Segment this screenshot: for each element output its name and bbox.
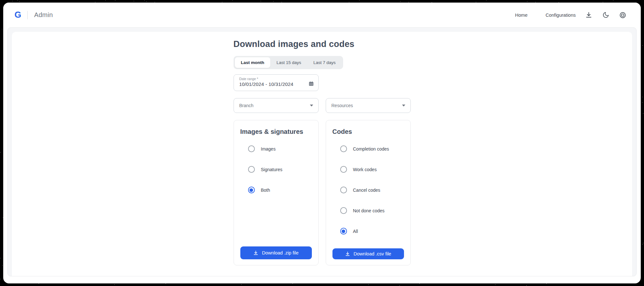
date-range-field[interactable]: Date range * 10/01/2024 - 10/31/2024 [234, 74, 319, 91]
radio-icon[interactable] [340, 166, 347, 173]
date-preset-tabs: Last month Last 15 days Last 7 days [234, 56, 343, 69]
radio-icon[interactable] [248, 145, 255, 152]
download-zip-label: Download .zip file [262, 250, 299, 255]
resources-select[interactable]: Resources [326, 98, 411, 113]
app-window: G Admin Home Configurations Download [3, 3, 641, 283]
radio-label: Signatures [261, 167, 283, 172]
radio-option-both[interactable]: Both [240, 187, 312, 193]
radio-option-all[interactable]: All [332, 228, 404, 235]
radio-icon[interactable] [340, 228, 347, 235]
chevron-down-icon [402, 105, 405, 106]
content-sheet: Download images and codes Last month Las… [12, 32, 632, 276]
radio-label: Both [261, 188, 270, 193]
radio-label: Images [261, 146, 276, 152]
download-zip-button[interactable]: Download .zip file [240, 246, 312, 259]
resources-select-label: Resources [332, 103, 353, 108]
card-title: Codes [332, 128, 404, 135]
page-title: Download images and codes [234, 39, 411, 49]
radio-option-completion-codes[interactable]: Completion codes [332, 145, 404, 152]
radio-icon[interactable] [248, 166, 255, 173]
card-spacer [240, 207, 312, 246]
download-csv-label: Download .csv file [354, 251, 391, 256]
moon-icon[interactable] [601, 11, 610, 19]
date-range-value: 10/01/2024 - 10/31/2024 [239, 81, 293, 87]
filter-row: Branch Resources [234, 98, 411, 113]
download-icon[interactable] [584, 11, 593, 19]
radio-label: Work codes [353, 167, 377, 172]
brand-logo[interactable]: G [14, 10, 21, 20]
nav-link-configurations[interactable]: Configurations [546, 13, 576, 18]
content-panel: Download images and codes Last month Las… [7, 27, 637, 276]
date-range-label: Date range * [239, 77, 314, 81]
tab-last-7-days[interactable]: Last 7 days [307, 57, 342, 68]
download-cards: Images & signatures Images Signatures Bo… [234, 120, 411, 265]
radio-icon[interactable] [340, 145, 347, 152]
form-column: Download images and codes Last month Las… [234, 32, 411, 265]
radio-option-work-codes[interactable]: Work codes [332, 166, 404, 173]
app-title: Admin [34, 11, 53, 19]
radio-label: Cancel codes [353, 188, 380, 193]
download-csv-button[interactable]: Download .csv file [332, 248, 404, 259]
card-title: Images & signatures [240, 128, 312, 135]
radio-icon[interactable] [340, 207, 347, 214]
lifebuoy-icon[interactable] [619, 11, 627, 19]
radio-icon[interactable] [248, 187, 255, 193]
radio-label: Not done codes [353, 208, 385, 213]
radio-label: Completion codes [353, 146, 389, 152]
radio-label: All [353, 229, 358, 234]
tab-last-15-days[interactable]: Last 15 days [270, 57, 307, 68]
radio-option-cancel-codes[interactable]: Cancel codes [332, 187, 404, 193]
topbar-divider [27, 11, 28, 19]
tab-last-month[interactable]: Last month [235, 57, 271, 68]
radio-option-not-done-codes[interactable]: Not done codes [332, 207, 404, 214]
calendar-icon[interactable] [308, 81, 314, 88]
branch-select-label: Branch [239, 103, 254, 108]
radio-option-signatures[interactable]: Signatures [240, 166, 312, 173]
images-signatures-card: Images & signatures Images Signatures Bo… [234, 120, 319, 265]
topbar: G Admin Home Configurations [3, 3, 641, 27]
download-icon [253, 250, 258, 255]
nav-link-home[interactable]: Home [515, 13, 528, 18]
chevron-down-icon [310, 105, 313, 106]
radio-icon[interactable] [340, 187, 347, 193]
branch-select[interactable]: Branch [234, 98, 319, 113]
download-icon [345, 251, 350, 256]
codes-card: Codes Completion codes Work codes Cancel… [326, 120, 411, 265]
radio-option-images[interactable]: Images [240, 145, 312, 152]
